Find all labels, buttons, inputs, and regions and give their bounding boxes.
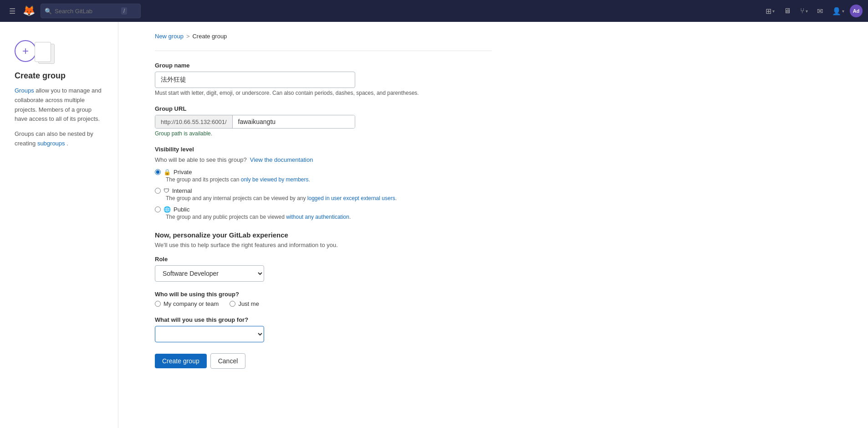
cancel-button[interactable]: Cancel bbox=[210, 353, 246, 369]
visibility-docs-link[interactable]: View the documentation bbox=[250, 156, 313, 163]
role-select[interactable]: Software Developer Development Team Lead… bbox=[155, 265, 264, 282]
what-label: What will you use this group for? bbox=[155, 316, 492, 323]
who-field: Who will be using this group? My company… bbox=[155, 291, 492, 307]
hamburger-icon: ☰ bbox=[9, 7, 15, 15]
shield-icon: 🛡 bbox=[163, 187, 169, 194]
group-url-prefix: http://10.66.55.132:6001/ bbox=[155, 115, 233, 128]
group-url-input[interactable] bbox=[233, 115, 355, 128]
monitor-icon: 🖥 bbox=[784, 7, 791, 15]
who-label: Who will be using this group? bbox=[155, 291, 492, 298]
globe-icon: 🌐 bbox=[163, 206, 171, 213]
breadcrumb-separator: > bbox=[186, 33, 190, 40]
email-icon: ✉ bbox=[817, 7, 823, 15]
group-url-field: Group URL http://10.66.55.132:6001/ Grou… bbox=[155, 105, 492, 137]
group-name-hint: Must start with letter, digit, emoji, or… bbox=[155, 90, 492, 96]
what-select[interactable]: CI/CD pipelines Code collaboration Proje… bbox=[155, 326, 264, 342]
avatar[interactable]: Ad bbox=[850, 5, 863, 17]
breadcrumb: New group > Create group bbox=[155, 33, 492, 40]
who-company-option: My company or team bbox=[155, 300, 219, 307]
todos-button[interactable]: ✉ bbox=[813, 5, 827, 17]
bookmarks-button[interactable]: ⊞ ▾ bbox=[762, 5, 778, 17]
left-panel-desc1: Groups allow you to manage and collabora… bbox=[15, 86, 103, 124]
visibility-public-radio[interactable] bbox=[155, 206, 161, 212]
who-company-label[interactable]: My company or team bbox=[163, 300, 219, 307]
create-group-button[interactable]: Create group bbox=[155, 354, 207, 368]
global-search-container: 🔍 / bbox=[41, 4, 141, 18]
group-name-label: Group name bbox=[155, 62, 492, 69]
lock-icon: 🔒 bbox=[163, 169, 171, 175]
group-url-row: http://10.66.55.132:6001/ bbox=[155, 115, 355, 129]
visibility-internal-radio[interactable] bbox=[155, 188, 161, 194]
chevron-down-icon: ▾ bbox=[772, 9, 775, 14]
slash-shortcut-badge: / bbox=[121, 7, 127, 15]
who-justme-radio[interactable] bbox=[230, 301, 235, 307]
group-name-field: Group name Must start with letter, digit… bbox=[155, 62, 492, 96]
header-divider bbox=[155, 51, 492, 51]
who-company-radio[interactable] bbox=[155, 301, 161, 307]
menu-toggle-button[interactable]: ☰ bbox=[5, 5, 19, 17]
visibility-private-radio[interactable] bbox=[155, 169, 161, 175]
visibility-private-option: 🔒 Private The group and its projects can… bbox=[155, 169, 492, 183]
bookmark-icon: ⊞ bbox=[766, 7, 771, 15]
group-url-available: Group path is available. bbox=[155, 130, 492, 137]
visibility-private-label[interactable]: Private bbox=[174, 169, 192, 175]
left-panel: + Create group Groups allow you to manag… bbox=[0, 22, 118, 428]
group-url-label: Group URL bbox=[155, 105, 492, 112]
visibility-internal-label[interactable]: Internal bbox=[172, 187, 192, 194]
user-menu-button[interactable]: 👤 ▾ bbox=[828, 5, 848, 17]
visibility-public-label[interactable]: Public bbox=[174, 206, 189, 213]
visibility-internal-option: 🛡 Internal The group and any internal pr… bbox=[155, 187, 492, 201]
page-wrapper: + Create group Groups allow you to manag… bbox=[0, 22, 868, 428]
subgroups-link[interactable]: subgroups bbox=[37, 140, 65, 147]
search-input[interactable] bbox=[55, 8, 118, 15]
merge-icon: ⑂ bbox=[800, 7, 805, 15]
who-justme-option: Just me bbox=[230, 300, 259, 307]
search-icon: 🔍 bbox=[45, 8, 52, 15]
form-actions: Create group Cancel bbox=[155, 353, 492, 369]
user-icon: 👤 bbox=[832, 7, 841, 15]
chevron-down-icon: ▾ bbox=[842, 9, 844, 14]
visibility-internal-desc: The group and any internal projects can … bbox=[155, 195, 492, 201]
visibility-public-option: 🌐 Public The group and any public projec… bbox=[155, 206, 492, 220]
breadcrumb-current: Create group bbox=[192, 33, 227, 40]
breadcrumb-parent-link[interactable]: New group bbox=[155, 33, 184, 40]
visibility-public-desc: The group and any public projects can be… bbox=[155, 214, 492, 220]
role-field: Role Software Developer Development Team… bbox=[155, 256, 492, 282]
gitlab-logo-icon: 🦊 bbox=[23, 5, 35, 17]
personalize-desc: We'll use this to help surface the right… bbox=[155, 242, 492, 248]
main-header: ☰ 🦊 🔍 / ⊞ ▾ 🖥 ⑂ ▾ ✉ 👤 ▾ Ad bbox=[0, 0, 868, 22]
merge-requests-button[interactable]: ⑂ ▾ bbox=[797, 5, 812, 17]
role-label: Role bbox=[155, 256, 492, 263]
visibility-section: Visibility level Who will be able to see… bbox=[155, 146, 492, 220]
personalize-title: Now, personalize your GitLab experience bbox=[155, 231, 492, 239]
left-panel-desc2: Groups can also be nested by creating su… bbox=[15, 129, 103, 149]
visibility-private-desc: The group and its projects can only be v… bbox=[155, 176, 492, 183]
visibility-question: Who will be able to see this group? View… bbox=[155, 156, 492, 163]
screen-button[interactable]: 🖥 bbox=[780, 5, 795, 17]
hero-illustration: + bbox=[15, 40, 103, 62]
groups-link[interactable]: Groups bbox=[15, 87, 34, 94]
personalize-section: Now, personalize your GitLab experience … bbox=[155, 231, 492, 342]
plus-circle-icon: + bbox=[15, 40, 36, 62]
group-name-input[interactable] bbox=[155, 72, 355, 88]
visibility-title: Visibility level bbox=[155, 146, 492, 153]
who-row: My company or team Just me bbox=[155, 300, 492, 307]
who-justme-label[interactable]: Just me bbox=[238, 300, 259, 307]
left-panel-title: Create group bbox=[15, 71, 103, 81]
chevron-down-icon: ▾ bbox=[806, 9, 808, 14]
main-content: New group > Create group Group name Must… bbox=[118, 22, 528, 428]
what-field: What will you use this group for? CI/CD … bbox=[155, 316, 492, 342]
